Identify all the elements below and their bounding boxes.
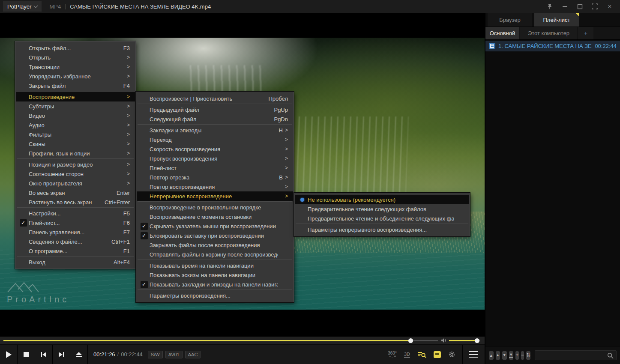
menu-item[interactable]: ВыходAlt+F4 [16, 257, 135, 267]
playlist-search-input[interactable] [535, 351, 616, 360]
menu-item-label: Повтор отрезка [150, 174, 189, 181]
add-item-icon: + [515, 353, 518, 357]
move-to-top-button[interactable]: ▲ [489, 351, 494, 360]
move-down-button[interactable]: ▼ [502, 351, 507, 360]
menu-item[interactable]: Пропуск воспроизведения> [137, 154, 293, 163]
menu-item[interactable]: Сведения о файле...Ctrl+F1 [16, 237, 135, 246]
menu-item[interactable]: Воспроизведение в произвольном порядке [137, 203, 293, 212]
fullscreen-icon[interactable] [591, 3, 598, 10]
vr-360-button[interactable]: 360° [388, 351, 397, 358]
playlist-subtab-2[interactable]: + [578, 27, 593, 39]
menu-item[interactable]: Переход> [137, 135, 293, 144]
menu-item[interactable]: Непрерывное воспроизведение> [137, 191, 293, 201]
menu-item[interactable]: Скорость воспроизведения> [137, 144, 293, 154]
menu-item[interactable]: Предварительное чтение и объединение сле… [295, 214, 469, 223]
menu-item[interactable]: Фильтры> [16, 130, 135, 139]
menu-item[interactable]: Упорядочить избранное> [16, 72, 135, 81]
minimize-icon[interactable] [561, 3, 568, 10]
menu-item[interactable]: Открыть файл...F3 [16, 43, 135, 53]
menu-item-label: Следующий файл [150, 116, 196, 122]
move-to-bottom-button[interactable]: ▼ [509, 351, 514, 360]
mountains-logo-icon [7, 280, 58, 293]
eject-button[interactable] [70, 345, 88, 364]
menu-item[interactable]: Предыдущий файлPgUp [137, 105, 293, 114]
tab-playlist[interactable]: Плей-лист [534, 13, 579, 27]
playlist-subtab-0[interactable]: Основной [485, 27, 519, 39]
pin-icon[interactable] [546, 3, 553, 10]
menu-item[interactable]: Трансляции> [16, 62, 135, 72]
menu-item[interactable]: Растянуть во весь экранCtrl+Enter [16, 197, 135, 207]
codec-badges: S/WAV01AAC [148, 351, 201, 358]
playlist-item-row[interactable]: 1. САМЫЕ РАЙСКИЕ МЕСТА НА ЗЕМЛЕ ...00:22… [485, 41, 620, 51]
stop-icon [24, 352, 29, 357]
play-button[interactable] [0, 345, 18, 364]
tab-browser[interactable]: Браузер [488, 13, 532, 27]
menu-item[interactable]: ✓Плей-лист...F6 [16, 218, 135, 227]
menu-item-right: F3 [113, 45, 130, 51]
menu-item-label: Фильтры [29, 131, 51, 138]
close-icon[interactable]: × [606, 3, 613, 10]
menu-item[interactable]: Воспроизведение> [16, 92, 135, 101]
menu-item-label: Пропуск воспроизведения [150, 155, 217, 162]
menu-item[interactable]: Воспроизвести | ПриостановитьПробел [137, 94, 293, 103]
menu-item[interactable]: Видео> [16, 111, 135, 120]
menu-item[interactable]: Позиция и размер видео> [16, 160, 135, 169]
stop-button[interactable] [18, 345, 35, 364]
menu-item[interactable]: Соотношение сторон> [16, 169, 135, 179]
volume-slider[interactable] [449, 340, 480, 341]
menu-item[interactable]: Параметры непрерывного воспроизведения..… [295, 225, 469, 234]
menu-item[interactable]: Отправлять файлы в корзину после воспрои… [137, 250, 293, 259]
menu-item[interactable]: Параметры воспроизведения... [137, 291, 293, 300]
menu-item-label: Предварительное чтение следующих файлов [308, 206, 426, 212]
menu-item[interactable]: Воспроизведение с момента остановки [137, 212, 293, 221]
seek-bar[interactable] [3, 340, 438, 341]
app-menu-button[interactable]: PotPlayer [3, 1, 42, 12]
playlist-toolbar: ▲▲▼▼+−⇅ [485, 346, 620, 364]
menu-item-right: > [275, 137, 288, 143]
volume-handle[interactable] [475, 338, 479, 343]
screen-3d-button[interactable]: 3D [404, 352, 410, 358]
menu-item[interactable]: Субтитры> [16, 101, 135, 111]
move-up-button[interactable]: ▲ [496, 351, 500, 360]
menu-item[interactable]: Профили, язык и опции> [16, 149, 135, 158]
menu-item[interactable]: Скины> [16, 139, 135, 149]
menu-item[interactable]: Показывать время на панели навигации [137, 261, 293, 270]
menu-item-label: Параметры непрерывного воспроизведения..… [308, 227, 427, 233]
menu-item[interactable]: Окно проигрывателя> [16, 179, 135, 188]
remove-item-button[interactable]: − [521, 351, 524, 360]
menu-item[interactable]: Закрыть файлF4 [16, 81, 135, 90]
previous-button[interactable] [35, 345, 53, 364]
menu-item[interactable]: О программе...F1 [16, 246, 135, 256]
watermark-text: ProArtInc [7, 295, 69, 304]
next-button[interactable] [53, 345, 70, 364]
chevron-down-icon [34, 3, 38, 8]
main-menu-button[interactable] [469, 351, 478, 358]
menu-item[interactable]: ✓Показывать закладки и эпизоды на панели… [137, 280, 293, 289]
menu-item[interactable]: Повтор отрезкаB> [137, 173, 293, 182]
tab-label: Плей-лист [543, 17, 570, 23]
menu-item[interactable]: Открыть> [16, 53, 135, 62]
menu-item[interactable]: Настройки...F5 [16, 209, 135, 218]
maximize-icon[interactable] [576, 3, 583, 10]
menu-item[interactable]: Следующий файлPgDn [137, 114, 293, 124]
menu-item-label: О программе... [29, 248, 67, 254]
playlist-search-button[interactable] [417, 351, 426, 358]
menu-item[interactable]: ✓Блокировать заставку при воспроизведени… [137, 231, 293, 240]
seek-handle[interactable] [408, 338, 413, 343]
menu-item[interactable]: Панель управления...F7 [16, 227, 135, 237]
menu-item[interactable]: Во весь экранEnter [16, 188, 135, 197]
sort-button[interactable]: ⇅ [526, 351, 530, 360]
menu-item[interactable]: Закрывать файлы после воспроизведения [137, 240, 293, 250]
menu-item[interactable]: Повтор воспроизведения> [137, 182, 293, 191]
menu-item[interactable]: Не использовать (рекомендуется) [295, 195, 469, 204]
menu-item[interactable]: Закладки и эпизодыH> [137, 125, 293, 135]
settings-button[interactable] [448, 351, 455, 358]
playlist-subtab-1[interactable]: Этот компьютер [520, 27, 577, 39]
add-item-button[interactable]: + [515, 351, 518, 360]
menu-item[interactable]: Показывать эскизы на панели навигации [137, 270, 293, 280]
menu-item[interactable]: ✓Скрывать указатель мыши при воспроизвед… [137, 221, 293, 231]
menu-item[interactable]: Плей-лист> [137, 163, 293, 173]
menu-item[interactable]: Аудио> [16, 120, 135, 130]
menu-item[interactable]: Предварительное чтение следующих файлов [295, 204, 469, 214]
playlist-toggle-button[interactable] [434, 351, 441, 358]
